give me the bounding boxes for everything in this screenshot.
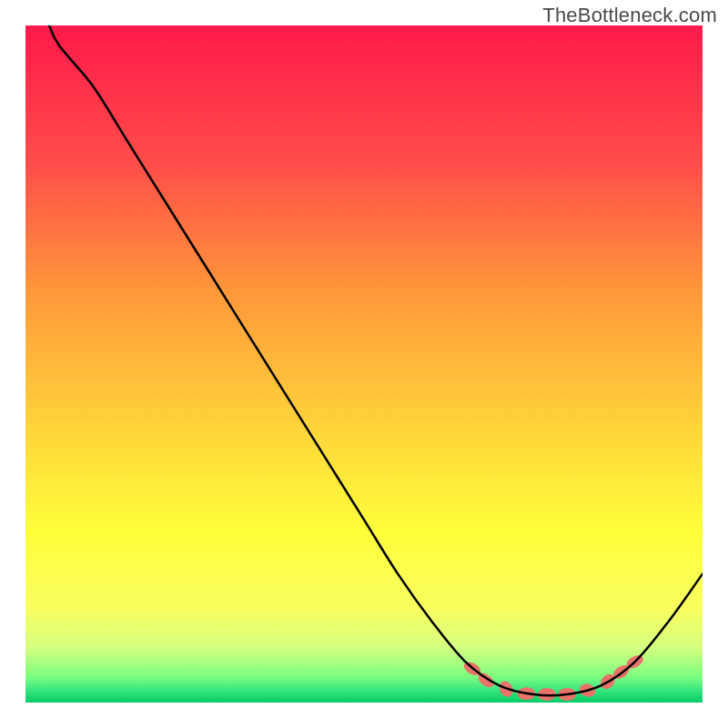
watermark-text: TheBottleneck.com — [542, 4, 717, 27]
chart-root: TheBottleneck.com — [0, 0, 728, 728]
bottleneck-chart — [0, 0, 728, 728]
plot-background — [25, 25, 703, 703]
